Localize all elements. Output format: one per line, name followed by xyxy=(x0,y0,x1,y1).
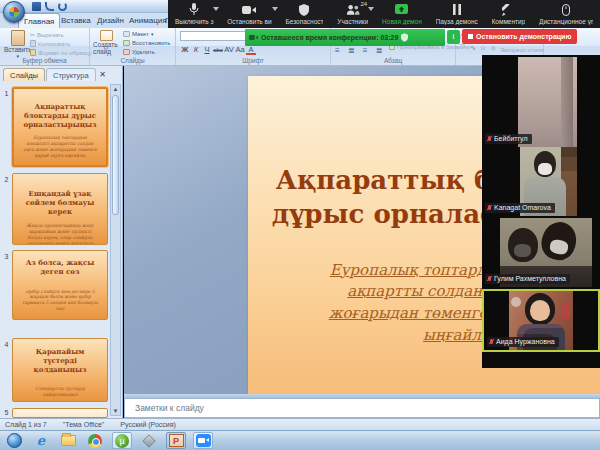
thumb-body: Жақсы презентацияда жазу қарапайым және … xyxy=(13,223,107,245)
thumbnails-scrollbar[interactable]: ▲ ▼ xyxy=(110,84,121,416)
delete-icon xyxy=(123,49,130,55)
annotate-label: Комментир xyxy=(492,18,526,25)
scroll-down-icon[interactable]: ▼ xyxy=(112,408,119,414)
participants-button[interactable]: 24 Участники xyxy=(330,0,375,28)
taskbar-app[interactable] xyxy=(139,432,159,449)
save-icon[interactable] xyxy=(32,2,41,11)
taskbar-folder[interactable] xyxy=(58,432,78,449)
pause-share-label: Пауза демонс xyxy=(436,18,478,25)
panel-tab-slides[interactable]: Слайды xyxy=(3,68,45,81)
chevron-down-icon[interactable] xyxy=(272,7,278,11)
strikethrough-button[interactable]: abc xyxy=(213,45,223,55)
screen: Главная Вставка Дизайн Анимация Показ сл… xyxy=(0,0,600,450)
slide-thumbnail-4[interactable]: Қарапайым түстерді қолданыңыз Стандартты… xyxy=(12,338,108,402)
status-bar: Слайд 1 из 7 "Тема Office" Русский (Росс… xyxy=(0,418,600,430)
cut-button[interactable]: ✂Вырезать xyxy=(30,31,64,38)
tab-insert[interactable]: Вставка xyxy=(56,13,96,28)
taskbar: e µ P xyxy=(0,430,600,450)
copy-button[interactable]: Копировать xyxy=(30,40,70,47)
stop-icon xyxy=(468,34,473,39)
muted-mic-icon xyxy=(487,136,492,143)
bold-button[interactable]: Ж xyxy=(180,45,190,55)
taskbar-zoom[interactable] xyxy=(193,432,213,449)
group-label-clipboard: Буфер обмена xyxy=(0,57,89,64)
info-button[interactable]: i xyxy=(447,30,460,44)
slide-thumbnail-2[interactable]: Ешқандай ұзақ сөйлем болмауы керек Жақсы… xyxy=(12,173,108,245)
share-screen-icon xyxy=(395,3,409,16)
taskbar-chrome[interactable] xyxy=(85,432,105,449)
stop-video-button[interactable]: Остановить ви xyxy=(220,0,278,28)
taskbar-utorrent[interactable]: µ xyxy=(112,432,132,449)
scrollbar-thumb[interactable] xyxy=(112,95,119,215)
delete-button[interactable]: Удалить xyxy=(123,49,155,55)
font-buttons: Ж К Ч abc AV Aa A xyxy=(180,45,256,55)
muted-mic-icon xyxy=(489,339,494,346)
group-slides: Создать слайд Макет▾ Восстановить Удалит… xyxy=(90,28,176,65)
new-slide-button[interactable]: Создать слайд xyxy=(93,30,119,55)
powerpoint-icon: P xyxy=(169,434,184,447)
font-color-button[interactable]: A xyxy=(246,45,256,55)
participants-icon xyxy=(346,3,360,16)
char-spacing-button[interactable]: AV xyxy=(224,45,234,55)
annotate-button[interactable]: Комментир xyxy=(485,0,533,28)
muted-mic-icon xyxy=(487,205,492,212)
video-tile[interactable]: Бейбитгул xyxy=(482,57,600,147)
thumb-title: Ешқандай ұзақ сөйлем болмауы керек xyxy=(13,190,107,216)
slide-thumbnail-3[interactable]: Аз болса, жақсы деген сөз Әрбір слайдта … xyxy=(12,250,108,320)
zoom-toolbar: Выключить з Остановить ви Безопасност 24… xyxy=(168,0,600,28)
mute-label: Выключить з xyxy=(175,18,214,25)
paste-button[interactable]: Вставить▾ xyxy=(4,30,32,59)
format-painter-icon xyxy=(30,49,36,56)
thumb-body: Стандартты түстерді пайдаланыңыз xyxy=(13,386,107,398)
layout-icon xyxy=(123,31,130,37)
change-case-button[interactable]: Aa xyxy=(235,45,245,55)
new-slide-icon xyxy=(100,30,113,41)
utorrent-icon: µ xyxy=(115,434,129,448)
scroll-up-icon[interactable]: ▲ xyxy=(112,86,119,92)
video-tile[interactable]: Kanagat Omarova xyxy=(482,147,600,216)
slide-thumbnail-5[interactable] xyxy=(12,408,108,418)
quick-styles-button[interactable]: Экспресс-стили xyxy=(500,47,544,53)
new-share-button[interactable]: Новая демон xyxy=(375,0,428,28)
shield-icon xyxy=(401,33,408,42)
align-buttons[interactable]: ≡ ≣ ≡ ≣ xyxy=(335,46,385,55)
reset-button[interactable]: Восстановить xyxy=(123,40,170,46)
notes-field[interactable]: Заметки к слайду xyxy=(124,398,600,418)
panel-close-icon[interactable]: ✕ xyxy=(97,69,108,80)
participant-name-label: Аида Нуржановна xyxy=(487,337,559,347)
underline-button[interactable]: Ч xyxy=(202,45,212,55)
slide-thumbnail-1[interactable]: Ақпараттық блоктарды дұрыс орналастырыңы… xyxy=(12,87,108,167)
video-panel: Бейбитгул Kanagat Omarova xyxy=(482,55,600,368)
italic-button[interactable]: К xyxy=(191,45,201,55)
video-tile[interactable]: Гулим Рахметулловна xyxy=(482,218,600,287)
pause-share-button[interactable]: Пауза демонс xyxy=(429,0,485,28)
thumb-number: 2 xyxy=(2,176,11,183)
start-button[interactable] xyxy=(4,432,24,449)
status-language: Русский (Россия) xyxy=(120,421,176,428)
shapes-gallery-row2[interactable]: ⌒ ∿ ☆ ☼ xyxy=(459,43,497,53)
remote-control-icon xyxy=(559,3,573,16)
thumb-number: 3 xyxy=(2,253,11,260)
taskbar-internet-explorer[interactable]: e xyxy=(31,432,51,449)
undo-icon[interactable] xyxy=(45,2,54,11)
format-painter-button[interactable]: Формат по образцу xyxy=(30,49,92,56)
stop-share-button[interactable]: Остановить демонстрацию xyxy=(462,29,577,44)
video-tile-active-speaker[interactable]: Аида Нуржановна xyxy=(482,289,600,352)
panel-tab-outline[interactable]: Структура xyxy=(46,68,96,81)
thumb-title: Ақпараттық блоктарды дұрыс орналастырыңы… xyxy=(14,103,106,129)
chevron-down-icon[interactable] xyxy=(368,7,374,11)
redo-icon[interactable] xyxy=(58,2,67,11)
slides-panel: Слайды Структура ✕ 1 Ақпараттық блоктард… xyxy=(0,66,123,418)
participants-label: Участники xyxy=(337,18,368,25)
mute-button[interactable]: Выключить з xyxy=(168,0,220,28)
layout-button[interactable]: Макет▾ xyxy=(123,31,154,37)
remote-control-button[interactable]: Дистанционное уп xyxy=(532,0,600,28)
chevron-down-icon[interactable] xyxy=(213,7,219,11)
participant-name-label: Kanagat Omarova xyxy=(485,203,555,213)
copy-icon xyxy=(30,40,36,47)
group-label-font: Шрифт xyxy=(176,57,330,64)
security-button[interactable]: Безопасност xyxy=(279,0,331,28)
taskbar-powerpoint[interactable]: P xyxy=(166,432,186,449)
security-label: Безопасност xyxy=(285,18,323,25)
stop-video-label: Остановить ви xyxy=(227,18,271,25)
